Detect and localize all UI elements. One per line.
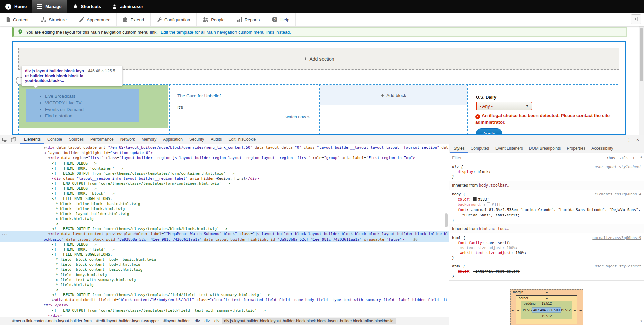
css-property[interactable]: -ms-text-size-adjust: 100%; <box>452 245 641 250</box>
device-toolbar-icon[interactable] <box>9 135 18 144</box>
devtools-tab-editthiscookie[interactable]: EditThisCookie <box>225 135 259 144</box>
code-line[interactable]: <!-- END OUTPUT from 'core/themes/classy… <box>0 308 449 313</box>
box-model-diagram[interactable]: margin – – – – border – – – – padding 19… <box>510 289 583 325</box>
code-line[interactable]: x block.html.twig <box>0 216 449 221</box>
elements-scrollbar-thumb[interactable] <box>445 213 448 227</box>
styles-tab-dom-breakpoints[interactable]: DOM Breakpoints <box>526 144 564 153</box>
admin-menu-item-appearance[interactable]: Appearance <box>73 13 117 26</box>
code-line[interactable]: * field--block-content--body.html.twig <box>0 262 449 267</box>
code-line[interactable]: <!-- BEGIN OUTPUT from 'core/themes/clas… <box>0 171 449 176</box>
css-property[interactable]: font-family: sans-serif; <box>452 240 641 245</box>
css-property[interactable]: display: block; <box>452 169 641 174</box>
css-property[interactable]: color: #333; <box>452 197 641 202</box>
code-line[interactable]: * field--body.html.twig <box>0 272 449 277</box>
toolbar-item-shortcuts[interactable]: Shortcuts <box>67 0 107 13</box>
admin-menu-item-people[interactable]: People <box>197 13 231 26</box>
breadcrumb-item[interactable]: div <box>192 318 202 324</box>
code-line[interactable]: <!-- BEGIN OUTPUT from 'core/themes/clas… <box>0 292 449 297</box>
admin-menu-item-structure[interactable]: Structure <box>35 13 73 26</box>
code-line[interactable]: <!-- THEME HOOK: 'field' --> <box>0 247 449 252</box>
breadcrumb-item[interactable]: #edit-layout-builder-layout-wrapper <box>94 318 161 324</box>
stylesheet-link[interactable]: normalize.css?g60hhs:9 <box>592 235 641 240</box>
code-line[interactable]: <!-- BEGIN OUTPUT from 'core/themes/clas… <box>0 226 449 231</box>
code-line[interactable]: <!-- FILE NAME SUGGESTIONS: <box>0 252 449 257</box>
styles-tab-styles[interactable]: Styles <box>450 144 468 153</box>
edit-template-link[interactable]: Edit the template for all Main navigatio… <box>161 30 291 35</box>
stylesheet-link[interactable]: elements.css?g60hhs:4 <box>595 192 641 197</box>
apply-button[interactable]: Apply <box>476 128 502 135</box>
code-line[interactable]: ▼<div data-layout-update-url="/en-US/lay… <box>0 145 449 155</box>
code-line[interactable]: <div class="layout__region-info layout-b… <box>0 176 449 181</box>
admin-menu-item-reports[interactable]: Reports <box>231 13 266 26</box>
code-line[interactable]: * field--block-content--basic.html.twig <box>0 267 449 272</box>
filter-input[interactable]: Filter <box>452 155 462 160</box>
code-line-selected[interactable]: ...▼<div data-layout-content-preview-pla… <box>0 231 449 242</box>
article-title-link[interactable]: The Cure for Unbelief <box>177 93 221 98</box>
devtools-tab-elements[interactable]: Elements <box>20 135 44 144</box>
inherited-node-link[interactable]: body.toolbar… <box>479 183 509 188</box>
breadcrumb-item[interactable]: #layout-builder <box>161 318 192 324</box>
styles-tab-event-listeners[interactable]: Event Listeners <box>492 144 526 153</box>
menu-link[interactable]: Find a station <box>45 113 139 119</box>
breadcrumb-item[interactable]: div <box>212 318 222 324</box>
devtools-tab-memory[interactable]: Memory <box>138 135 160 144</box>
css-rule[interactable]: user agent stylesheetdiv {display: block… <box>449 162 644 181</box>
breadcrumb-item[interactable]: div <box>202 318 212 324</box>
code-line[interactable]: * block--inline-block--basic.html.twig <box>0 201 449 206</box>
code-line[interactable]: * field--block-content--body--basic.html… <box>0 257 449 262</box>
add-block-button[interactable]: + Add block <box>320 85 467 105</box>
dom-tree[interactable]: ▼<div data-layout-update-url="/en-US/lay… <box>0 144 449 317</box>
more-options-icon[interactable]: ⋮ <box>625 137 633 142</box>
code-line[interactable]: </div> <box>0 313 449 317</box>
css-property[interactable]: background: ▶#fff; <box>452 202 641 207</box>
us-daily-select[interactable]: - Any - ▼ <box>476 102 532 110</box>
code-line[interactable]: <!-- THEME HOOK: 'block' --> <box>0 191 449 196</box>
devtools-tab-network[interactable]: Network <box>117 135 138 144</box>
color-swatch[interactable] <box>487 202 490 206</box>
admin-menu-item-content[interactable]: Content <box>0 13 35 26</box>
code-line[interactable]: <!-- THEME DEBUG --> <box>0 161 449 166</box>
code-line[interactable]: <!-- THEME DEBUG --> <box>0 186 449 191</box>
close-icon[interactable]: × <box>634 137 641 142</box>
menu-link[interactable]: Events on Demand <box>45 106 139 113</box>
devtools-tab-sources[interactable]: Sources <box>66 135 87 144</box>
devtools-tab-application[interactable]: Application <box>160 135 186 144</box>
toolbar-orientation-button[interactable] <box>631 14 641 24</box>
code-line[interactable]: <!-- END OUTPUT from 'core/themes/classy… <box>0 181 449 186</box>
admin-menu-item-extend[interactable]: Extend <box>117 13 150 26</box>
code-line[interactable]: * block--inline-block.html.twig <box>0 206 449 211</box>
code-line[interactable]: * block--layout-builder.html.twig <box>0 211 449 216</box>
page-scrollbar-thumb[interactable] <box>640 28 643 81</box>
css-property[interactable]: color: -internal-root-color; <box>452 269 641 274</box>
devtools-tab-audits[interactable]: Audits <box>207 135 225 144</box>
code-line[interactable]: ▶<div data-quickedit-field-id="block_con… <box>0 297 449 308</box>
css-property[interactable]: -webkit-text-size-adjust: 100%; <box>452 250 641 255</box>
devtools-tab-performance[interactable]: Performance <box>87 135 117 144</box>
code-line[interactable]: * field.html.twig <box>0 282 449 287</box>
color-swatch[interactable] <box>473 197 477 201</box>
breadcrumb-item[interactable]: #menu-link-content-main-layout-builder-f… <box>10 318 94 324</box>
menu-link[interactable]: Live Broadcast <box>45 93 139 100</box>
breadcrumb-item[interactable]: div.js-layout-builder-block.layout-build… <box>222 318 395 324</box>
code-line[interactable]: --> <box>0 287 449 292</box>
toolbar-item-home[interactable]: ‹Home <box>0 0 32 13</box>
toolbar-item-user[interactable]: admin.user <box>106 0 148 13</box>
devtools-tab-console[interactable]: Console <box>44 135 66 144</box>
css-rule[interactable]: normalize.css?g60hhs:9html {font-family:… <box>449 233 644 262</box>
toggle-[interactable]: + <box>632 156 635 160</box>
toolbar-item-manage[interactable]: Manage <box>32 0 67 13</box>
page-scrollbar[interactable] <box>639 26 644 135</box>
scroll-down-icon[interactable]: ▼ <box>640 320 643 323</box>
code-line[interactable]: <!-- THEME HOOK: 'container' --> <box>0 166 449 171</box>
scroll-up-icon[interactable]: ▲ <box>640 155 643 158</box>
menu-link[interactable]: VICTORY Live TV <box>45 100 139 106</box>
styles-tab-computed[interactable]: Computed <box>468 144 492 153</box>
code-line[interactable]: ▼<div data-region="first" class="layout-… <box>0 155 449 161</box>
code-line[interactable]: <!-- THEME DEBUG --> <box>0 242 449 247</box>
code-line[interactable]: x field--text-with-summary.html.twig <box>0 277 449 282</box>
devtools-tab-security[interactable]: Security <box>186 135 207 144</box>
toggle-cls[interactable]: .cls <box>619 156 629 160</box>
breadcrumb-item[interactable]: ... <box>2 318 10 324</box>
css-rule[interactable]: user agent stylesheethtml {color: -inter… <box>449 262 644 281</box>
styles-tab-accessibility[interactable]: Accessibility <box>588 144 616 153</box>
